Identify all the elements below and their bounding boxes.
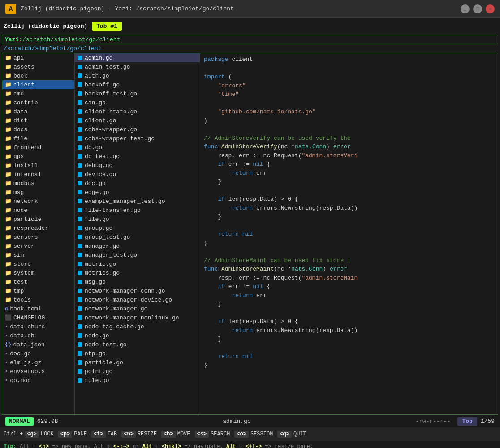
sidebar-item-book.toml[interactable]: ⚙book.toml [2, 304, 74, 313]
sidebar-item-assets[interactable]: 📁assets [2, 62, 74, 71]
file-item-manager.go[interactable]: manager.go [75, 241, 200, 250]
file-item-point.go[interactable]: point.go [75, 367, 200, 376]
sidebar-item-elm.js.gz[interactable]: ▪elm.js.gz [2, 358, 74, 367]
code-view[interactable]: package client import ( "errors" "time" … [200, 53, 498, 414]
file-item-group_test.go[interactable]: group_test.go [75, 233, 200, 241]
file-dot-icon [78, 360, 82, 365]
file-item-rule.go[interactable]: rule.go [75, 376, 200, 385]
sidebar-item-gps[interactable]: 📁gps [2, 152, 74, 161]
top-button[interactable]: Top [457, 417, 477, 426]
file-label: point.go [85, 368, 112, 375]
file-label: admin_test.go [85, 64, 130, 70]
file-item-metrics.go[interactable]: metrics.go [75, 268, 200, 277]
sidebar-item-node[interactable]: 📁node [2, 206, 74, 215]
sidebar-item-respreader[interactable]: 📁respreader [2, 224, 74, 233]
sidebar-item-data[interactable]: 📁data [2, 107, 74, 116]
file-item-manager_test.go[interactable]: manager_test.go [75, 250, 200, 259]
file-dot-icon [78, 118, 82, 123]
file-item-cobs-wrapper.go[interactable]: cobs-wrapper.go [75, 125, 200, 134]
file-item-edge.go[interactable]: edge.go [75, 188, 200, 197]
file-item-network-manager-conn.go[interactable]: network-manager-conn.go [75, 286, 200, 295]
file-item-admin_test.go[interactable]: admin_test.go [75, 62, 200, 71]
file-item-metric.go[interactable]: metric.go [75, 259, 200, 268]
sidebar-item-CHANGELOG.[interactable]: ⬛CHANGELOG. [2, 313, 74, 322]
sidebar-item-client[interactable]: 📁client [2, 80, 74, 89]
file-item-backoff_test.go[interactable]: backoff_test.go [75, 89, 200, 98]
file-item-doc.go[interactable]: doc.go [75, 179, 200, 188]
file-item-client.go[interactable]: client.go [75, 116, 200, 125]
sidebar-item-sensors[interactable]: 📁sensors [2, 233, 74, 241]
file-item-network-manager-device.go[interactable]: network-manager-device.go [75, 295, 200, 304]
file-item-node_test.go[interactable]: node_test.go [75, 340, 200, 349]
sidebar-item-particle[interactable]: 📁particle [2, 215, 74, 224]
sidebar-item-sim[interactable]: 📁sim [2, 250, 74, 259]
key-p[interactable]: <p> [58, 431, 73, 438]
key-n[interactable]: <n> [121, 431, 136, 438]
sidebar-item-data-churc[interactable]: ▪data-churc [2, 322, 74, 331]
file-item-ntp.go[interactable]: ntp.go [75, 349, 200, 358]
sidebar-item-data.db[interactable]: ▪data.db [2, 331, 74, 340]
file-item-node-tag-cache.go[interactable]: node-tag-cache.go [75, 322, 200, 331]
sidebar-item-msg[interactable]: 📁msg [2, 188, 74, 197]
file-item-cobs-wrapper_test.go[interactable]: cobs-wrapper_test.go [75, 134, 200, 143]
file-item-network-manager_nonlinux.go[interactable]: network-manager_nonlinux.go [75, 313, 200, 322]
sidebar-item-install[interactable]: 📁install [2, 161, 74, 170]
key-t[interactable]: <t> [91, 431, 106, 438]
sidebar-item-tools[interactable]: 📁tools [2, 295, 74, 304]
file-item-admin.go[interactable]: admin.go [75, 53, 200, 62]
file-item-file-transfer.go[interactable]: file-transfer.go [75, 206, 200, 215]
sidebar-item-doc.go[interactable]: ▪doc.go [2, 349, 74, 358]
sidebar-item-book[interactable]: 📁book [2, 71, 74, 80]
sidebar-item-docs[interactable]: 📁docs [2, 125, 74, 134]
file-item-auth.go[interactable]: auth.go [75, 71, 200, 80]
window-controls[interactable]: _ □ ✕ [461, 4, 495, 13]
sidebar-item-system[interactable]: 📁system [2, 268, 74, 277]
minimize-button[interactable]: _ [461, 4, 470, 13]
sidebar-item-envsetup.s[interactable]: ▪envsetup.s [2, 367, 74, 376]
file-item-msg.go[interactable]: msg.go [75, 277, 200, 286]
sidebar-item-frontend[interactable]: 📁frontend [2, 143, 74, 152]
sidebar-item-cmd[interactable]: 📁cmd [2, 89, 74, 98]
sidebar-item-data.json[interactable]: {}data.json [2, 340, 74, 349]
file-item-debug.go[interactable]: debug.go [75, 161, 200, 170]
key-h[interactable]: <h> [161, 431, 176, 438]
code-line [204, 221, 494, 230]
folder-icon: 📁 [5, 90, 12, 97]
sidebar-item-file[interactable]: 📁file [2, 134, 74, 143]
file-dot-icon [78, 244, 82, 248]
file-item-client-state.go[interactable]: client-state.go [75, 107, 200, 116]
key-q[interactable]: <q> [277, 431, 292, 438]
sidebar-item-api[interactable]: 📁api [2, 53, 74, 62]
app-label: Zellij (didactic-pigeon) [4, 23, 87, 30]
sidebar-item-go.mod[interactable]: ▪go.mod [2, 376, 74, 385]
json-icon: {} [5, 341, 11, 348]
sidebar-item-tmp[interactable]: 📁tmp [2, 286, 74, 295]
file-item-device.go[interactable]: device.go [75, 170, 200, 179]
file-item-backoff.go[interactable]: backoff.go [75, 80, 200, 89]
key-o[interactable]: <o> [234, 431, 249, 438]
file-list-panel[interactable]: admin.goadmin_test.goauth.gobackoff.goba… [75, 53, 200, 414]
file-item-file.go[interactable]: file.go [75, 215, 200, 224]
sidebar-item-test[interactable]: 📁test [2, 277, 74, 286]
close-button[interactable]: ✕ [486, 4, 495, 13]
active-tab[interactable]: Tab #1 [92, 22, 122, 31]
file-item-group.go[interactable]: group.go [75, 224, 200, 233]
file-item-particle.go[interactable]: particle.go [75, 358, 200, 367]
sidebar-item-internal[interactable]: 📁internal [2, 170, 74, 179]
maximize-button[interactable]: □ [473, 4, 482, 13]
file-item-network-manager.go[interactable]: network-manager.go [75, 304, 200, 313]
sidebar-item-store[interactable]: 📁store [2, 259, 74, 268]
file-item-db_test.go[interactable]: db_test.go [75, 152, 200, 161]
key-s[interactable]: <s> [195, 431, 209, 438]
file-item-db.go[interactable]: db.go [75, 143, 200, 152]
sidebar-item-dist[interactable]: 📁dist [2, 116, 74, 125]
file-item-example_manager_test.go[interactable]: example_manager_test.go [75, 197, 200, 206]
sidebar-item-network[interactable]: 📁network [2, 197, 74, 206]
file-item-can.go[interactable]: can.go [75, 98, 200, 107]
sidebar-item-contrib[interactable]: 📁contrib [2, 98, 74, 107]
file-item-node.go[interactable]: node.go [75, 331, 200, 340]
sidebar-item-server[interactable]: 📁server [2, 241, 74, 250]
file-tree-sidebar[interactable]: 📁api📁assets📁book📁client📁cmd📁contrib📁data… [2, 53, 75, 414]
sidebar-item-modbus[interactable]: 📁modbus [2, 179, 74, 188]
key-g[interactable]: <g> [25, 431, 39, 438]
